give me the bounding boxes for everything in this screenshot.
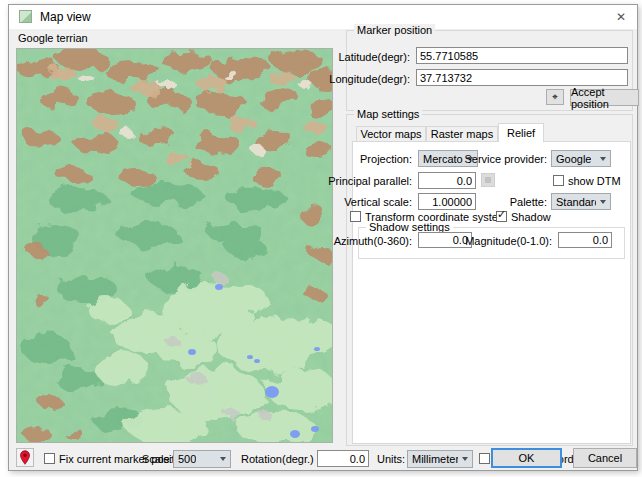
rotation-field[interactable] bbox=[317, 450, 369, 467]
service-provider-label: Service provider: bbox=[464, 153, 547, 166]
shadow-checkbox[interactable]: ✓ bbox=[496, 211, 507, 222]
cancel-button[interactable]: Cancel bbox=[573, 448, 637, 468]
longitude-field[interactable] bbox=[416, 69, 628, 86]
palette-label: Palette: bbox=[510, 196, 547, 209]
service-provider-select[interactable]: Google bbox=[551, 150, 611, 167]
marker-pin-icon bbox=[19, 450, 31, 465]
terrain-map-art bbox=[17, 49, 332, 442]
magnitude-label: Magnitude(0-1.0): bbox=[465, 235, 552, 248]
units-select[interactable]: Millimeters bbox=[407, 450, 473, 468]
marker-pin-button[interactable] bbox=[16, 448, 34, 467]
close-icon[interactable]: ✕ bbox=[607, 6, 635, 27]
scale-label: Scale: bbox=[142, 453, 173, 466]
vertical-scale-label: Vertical scale: bbox=[344, 196, 412, 209]
map-view-dialog: Map view ✕ Google terrian bbox=[8, 4, 638, 471]
screenshot-stage: Map view ✕ Google terrian bbox=[0, 0, 642, 477]
vertical-scale-field[interactable] bbox=[418, 193, 476, 210]
principal-parallel-label: Principal parallel: bbox=[328, 175, 412, 188]
magnitude-field[interactable] bbox=[558, 232, 612, 248]
tab-vector-maps[interactable]: Vector maps bbox=[356, 126, 426, 142]
center-marker-button[interactable]: ⌖ bbox=[546, 89, 564, 105]
fix-marker-checkbox[interactable] bbox=[44, 453, 55, 464]
projection-label: Projection: bbox=[360, 153, 412, 166]
latitude-label: Latitude(degr): bbox=[338, 51, 410, 64]
map-settings-group-label: Map settings bbox=[354, 108, 422, 121]
put-real-coordinates-checkbox[interactable] bbox=[479, 453, 490, 464]
principal-parallel-field[interactable] bbox=[418, 172, 476, 189]
show-dtm-checkbox[interactable] bbox=[553, 175, 564, 186]
check-icon: ✓ bbox=[497, 209, 506, 220]
title-bar: Map view ✕ bbox=[9, 5, 637, 29]
principal-parallel-picker-button[interactable] bbox=[481, 173, 495, 187]
chevron-down-icon bbox=[600, 200, 606, 204]
tab-raster-maps[interactable]: Raster maps bbox=[426, 126, 498, 142]
window-title: Map view bbox=[40, 10, 91, 24]
azimuth-field[interactable] bbox=[418, 232, 472, 248]
palette-select[interactable]: Standard bbox=[551, 193, 611, 210]
scale-select[interactable]: 500 bbox=[173, 450, 231, 468]
latitude-field[interactable] bbox=[416, 47, 628, 64]
ok-button[interactable]: OK bbox=[491, 448, 562, 468]
chevron-down-icon bbox=[462, 457, 468, 461]
chevron-down-icon bbox=[220, 457, 226, 461]
transform-coordinate-system-checkbox[interactable] bbox=[350, 211, 361, 222]
units-label: Units: bbox=[377, 453, 405, 466]
show-dtm-label: show DTM bbox=[568, 175, 621, 188]
chevron-down-icon bbox=[600, 157, 606, 161]
app-icon bbox=[19, 10, 32, 23]
longitude-label: Longitude(degr): bbox=[329, 73, 410, 86]
shadow-label: Shadow bbox=[511, 211, 551, 224]
map-panel-label: Google terrian bbox=[18, 32, 88, 45]
rotation-label: Rotation(degr.) bbox=[241, 453, 314, 466]
marker-position-group-label: Marker position bbox=[354, 24, 435, 37]
tab-relief[interactable]: Relief bbox=[498, 123, 544, 142]
azimuth-label: Azimuth(0-360): bbox=[334, 235, 412, 248]
terrain-map[interactable] bbox=[16, 48, 333, 443]
accept-position-button[interactable]: Accept position bbox=[570, 89, 639, 106]
center-marker-icon: ⌖ bbox=[552, 91, 558, 103]
